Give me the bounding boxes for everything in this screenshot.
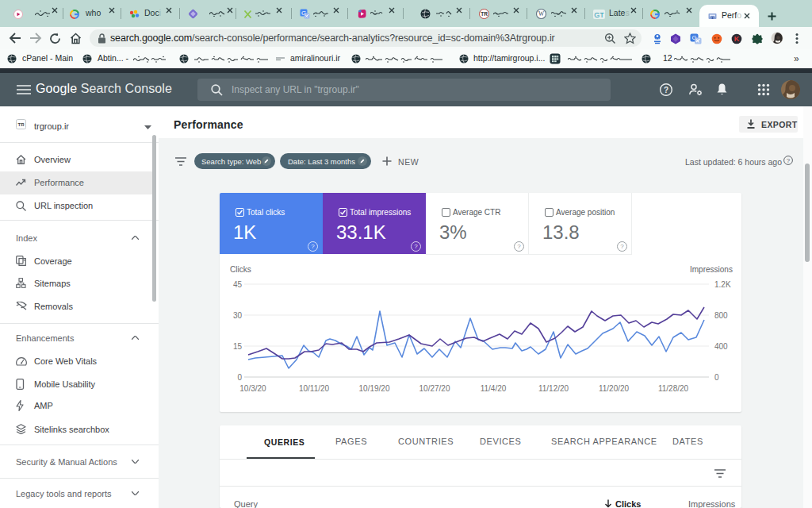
svg-text:TR: TR bbox=[481, 11, 488, 17]
svg-text:?: ? bbox=[787, 157, 791, 164]
svg-text:K: K bbox=[734, 35, 740, 43]
svg-text:TR: TR bbox=[18, 122, 25, 127]
svg-text:W: W bbox=[538, 10, 545, 17]
svg-text:?: ? bbox=[664, 86, 668, 94]
svg-text:GT: GT bbox=[594, 11, 604, 19]
